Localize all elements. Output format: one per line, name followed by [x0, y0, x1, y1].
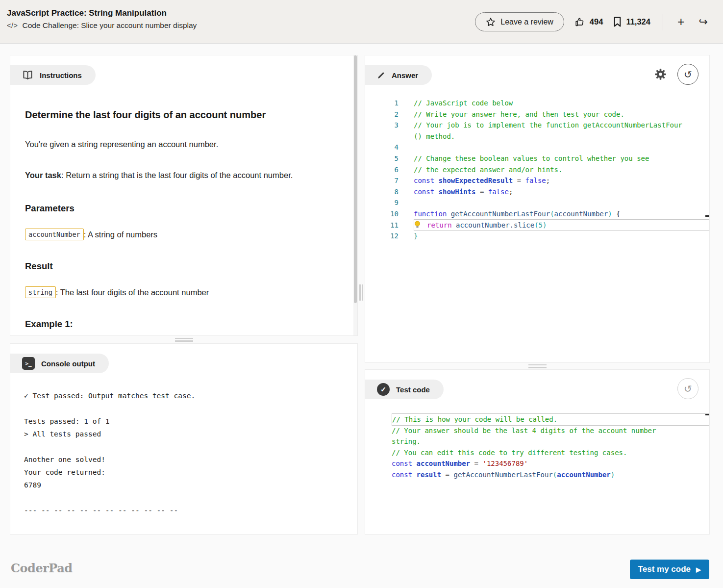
- parameters-heading: Parameters: [25, 203, 335, 214]
- tab-answer[interactable]: Answer: [365, 65, 432, 85]
- test-toolbar: ↺: [677, 378, 698, 399]
- horizontal-resize-handle[interactable]: [365, 363, 710, 369]
- test-my-code-button[interactable]: Test my code ▶: [630, 560, 709, 579]
- challenge-subtitle: </> Code Challenge: Slice your account n…: [7, 21, 197, 30]
- leave-review-label: Leave a review: [500, 18, 553, 26]
- challenge-heading: Determine the last four digits of an acc…: [25, 109, 335, 121]
- instructions-scrollbar[interactable]: [353, 55, 357, 335]
- challenge-subtitle-text: Code Challenge: Slice your account numbe…: [22, 21, 197, 30]
- leave-review-button[interactable]: Leave a review: [475, 12, 564, 31]
- book-icon: [22, 71, 33, 80]
- reset-test-icon[interactable]: ↺: [677, 378, 698, 399]
- scrollbar-thumb[interactable]: [354, 55, 357, 303]
- pencil-icon: [377, 71, 385, 79]
- editor-ruler-mark: [705, 414, 709, 415]
- result-heading: Result: [25, 261, 335, 272]
- intro-paragraph: You're given a string representing an ac…: [25, 137, 335, 152]
- terminal-icon: >_: [22, 357, 35, 370]
- app-root: JavaScript Practice: String Manipulation…: [0, 0, 723, 588]
- answer-toolbar: ↺: [654, 64, 698, 85]
- header-divider: [663, 14, 663, 30]
- app-header: JavaScript Practice: String Manipulation…: [0, 0, 723, 44]
- likes-count: 494: [590, 17, 603, 26]
- param-desc: : A string of numbers: [84, 230, 157, 239]
- coderpad-logo: CoderPad: [11, 561, 73, 575]
- result-desc: : The last four digits of the account nu…: [56, 288, 209, 297]
- vertical-resize-handle[interactable]: [358, 55, 365, 535]
- tab-test-code-label: Test code: [396, 385, 430, 394]
- tab-instructions[interactable]: Instructions: [10, 65, 96, 85]
- tab-instructions-label: Instructions: [40, 71, 82, 79]
- parameter-row: accountNumber : A string of numbers: [25, 229, 335, 240]
- tab-answer-label: Answer: [392, 71, 418, 79]
- likes-stat[interactable]: 494: [574, 17, 603, 27]
- result-type-chip: string: [25, 286, 56, 298]
- instructions-content: Determine the last four digits of an acc…: [10, 109, 357, 330]
- gear-icon[interactable]: [654, 68, 667, 81]
- tab-console-label: Console output: [41, 359, 95, 368]
- star-icon: [486, 17, 496, 27]
- instructions-panel: Instructions Determine the last four dig…: [10, 55, 358, 336]
- console-panel: >_ Console output ✓ Test passed: Output …: [10, 343, 358, 535]
- editor-ruler-mark: [705, 215, 709, 217]
- result-row: string : The last four digits of the acc…: [25, 286, 335, 298]
- page-title: JavaScript Practice: String Manipulation: [7, 8, 167, 18]
- tab-console-output[interactable]: >_ Console output: [10, 354, 109, 373]
- check-circle-icon: ✓: [377, 383, 390, 396]
- play-icon: ▶: [696, 566, 701, 573]
- test-code-panel: ✓ Test code ↺ // This is how your code w…: [365, 369, 710, 535]
- example-heading: Example 1:: [25, 319, 335, 330]
- tab-test-code[interactable]: ✓ Test code: [365, 380, 444, 399]
- code-tag-icon: </>: [7, 22, 18, 29]
- add-button[interactable]: +: [675, 15, 687, 29]
- task-label: Your task: [25, 171, 61, 179]
- reset-answer-icon[interactable]: ↺: [677, 64, 698, 85]
- bookmark-icon: [613, 17, 622, 27]
- share-icon[interactable]: ↪: [697, 16, 710, 28]
- task-paragraph: Your task: Return a string that is the l…: [25, 168, 335, 182]
- param-name-chip: accountNumber: [25, 229, 84, 240]
- horizontal-resize-handle[interactable]: [10, 336, 358, 343]
- test-code-editor[interactable]: // This is how your code will be called.…: [365, 414, 709, 481]
- answer-panel: Answer ↺ 1// JavaScript code below2// Wr…: [365, 55, 710, 363]
- thumbs-up-icon: [574, 17, 585, 27]
- answer-code-editor[interactable]: 1// JavaScript code below2// Write your …: [365, 98, 709, 242]
- task-text: : Return a string that is the last four …: [61, 171, 293, 179]
- test-my-code-label: Test my code: [638, 564, 691, 574]
- console-output-text: ✓ Test passed: Output matches test case.…: [10, 373, 357, 517]
- bookmarks-count: 11,324: [626, 17, 650, 26]
- header-actions: Leave a review 494 11,324 + ↪: [475, 0, 710, 44]
- bookmarks-stat[interactable]: 11,324: [613, 17, 650, 27]
